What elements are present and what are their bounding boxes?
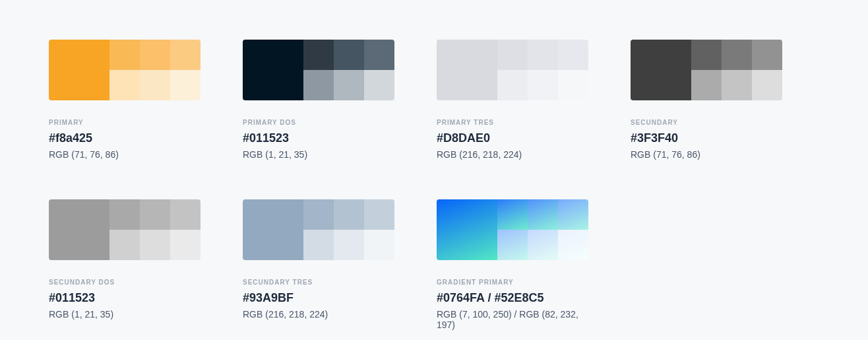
palette-label: GRADIENT PRIMARY [437,279,588,286]
palette-label: SECUNDARY [631,119,782,126]
swatch-tint [109,230,140,260]
swatch-tint [364,70,394,100]
swatch-tint [140,40,170,70]
swatch-primary [49,40,109,100]
palette-hex: #0764FA / #52E8C5 [437,291,588,305]
swatch-grid [49,40,201,100]
swatch-tint [752,40,782,70]
palette-rgb: RGB (1, 21, 35) [49,309,201,320]
swatch-primary [49,199,109,260]
swatch-tint [528,70,558,100]
palette-meta: SECUNDARY#3F3F40RGB (71, 76, 86) [631,100,782,160]
swatch-tint [170,40,201,70]
swatch-tint [558,40,588,70]
palette-card: PRIMARY#f8a425RGB (71, 76, 86) [49,40,201,160]
palette-meta: PRIMARY#f8a425RGB (71, 76, 86) [49,100,201,160]
swatch-tint [528,199,558,230]
swatch-tint [109,199,140,230]
palette-card: SECUNDARY TRES#93A9BFRGB (216, 218, 224) [243,199,394,330]
swatch-tint [109,40,140,70]
swatch-tint [334,70,364,100]
swatch-tint [303,40,334,70]
swatch-tint [528,40,558,70]
swatch-tint [303,230,334,260]
swatch-grid [243,40,394,100]
palette-meta: GRADIENT PRIMARY#0764FA / #52E8C5RGB (7,… [437,260,588,330]
swatch-tint [558,70,588,100]
swatch-primary [437,199,497,260]
swatch-tint [303,70,334,100]
palette-meta: PRIMARY TRES#D8DAE0RGB (216, 218, 224) [437,100,588,160]
swatch-tint [558,199,588,230]
swatch-grid [49,199,201,260]
swatch-primary [243,199,303,260]
palette-card: GRADIENT PRIMARY#0764FA / #52E8C5RGB (7,… [437,199,588,330]
swatch-tint [497,199,528,230]
swatch-tint [528,230,558,260]
palette-card: SECUNDARY#3F3F40RGB (71, 76, 86) [631,40,782,160]
palette-meta: SECUNDARY TRES#93A9BFRGB (216, 218, 224) [243,260,394,320]
palette-label: SECUNDARY DOS [49,279,201,286]
swatch-tint [334,230,364,260]
palette-rgb: RGB (216, 218, 224) [243,309,394,320]
swatch-grid [437,199,588,260]
swatch-tint [497,40,528,70]
swatch-primary [631,40,691,100]
swatch-tint [722,70,752,100]
palette-hex: #D8DAE0 [437,131,588,145]
palette-rgb: RGB (1, 21, 35) [243,149,394,160]
swatch-tint [170,70,201,100]
swatch-grid [631,40,782,100]
palette-label: PRIMARY DOS [243,119,394,126]
swatch-tint [140,70,170,100]
swatch-tint [334,199,364,230]
palette-rgb: RGB (71, 76, 86) [631,149,782,160]
swatch-tint [364,40,394,70]
palette-hex: #f8a425 [49,131,201,145]
palette-card: PRIMARY DOS#011523RGB (1, 21, 35) [243,40,394,160]
palette-rgb: RGB (71, 76, 86) [49,149,201,160]
swatch-tint [497,230,528,260]
palette-hex: #011523 [49,291,201,305]
swatch-primary [243,40,303,100]
swatch-tint [722,40,752,70]
swatch-grid [437,40,588,100]
palette-rgb: RGB (7, 100, 250) / RGB (82, 232, 197) [437,309,588,330]
swatch-tint [364,199,394,230]
swatch-tint [140,199,170,230]
palette-meta: SECUNDARY DOS#011523RGB (1, 21, 35) [49,260,201,320]
palette-label: PRIMARY [49,119,201,126]
swatch-tint [109,70,140,100]
swatch-tint [140,230,170,260]
palette-hex: #93A9BF [243,291,394,305]
swatch-primary [437,40,497,100]
swatch-tint [558,230,588,260]
palette-label: PRIMARY TRES [437,119,588,126]
palette-meta: PRIMARY DOS#011523RGB (1, 21, 35) [243,100,394,160]
palette-hex: #011523 [243,131,394,145]
palette-card: SECUNDARY DOS#011523RGB (1, 21, 35) [49,199,201,330]
palette-grid: PRIMARY#f8a425RGB (71, 76, 86)PRIMARY DO… [49,40,819,330]
palette-label: SECUNDARY TRES [243,279,394,286]
swatch-tint [170,199,201,230]
swatch-tint [691,70,722,100]
swatch-tint [303,199,334,230]
swatch-tint [170,230,201,260]
palette-card: PRIMARY TRES#D8DAE0RGB (216, 218, 224) [437,40,588,160]
swatch-tint [752,70,782,100]
palette-hex: #3F3F40 [631,131,782,145]
swatch-tint [334,40,364,70]
swatch-tint [497,70,528,100]
color-palette-page: PRIMARY#f8a425RGB (71, 76, 86)PRIMARY DO… [0,0,868,340]
swatch-grid [243,199,394,260]
swatch-tint [364,230,394,260]
swatch-tint [691,40,722,70]
palette-rgb: RGB (216, 218, 224) [437,149,588,160]
